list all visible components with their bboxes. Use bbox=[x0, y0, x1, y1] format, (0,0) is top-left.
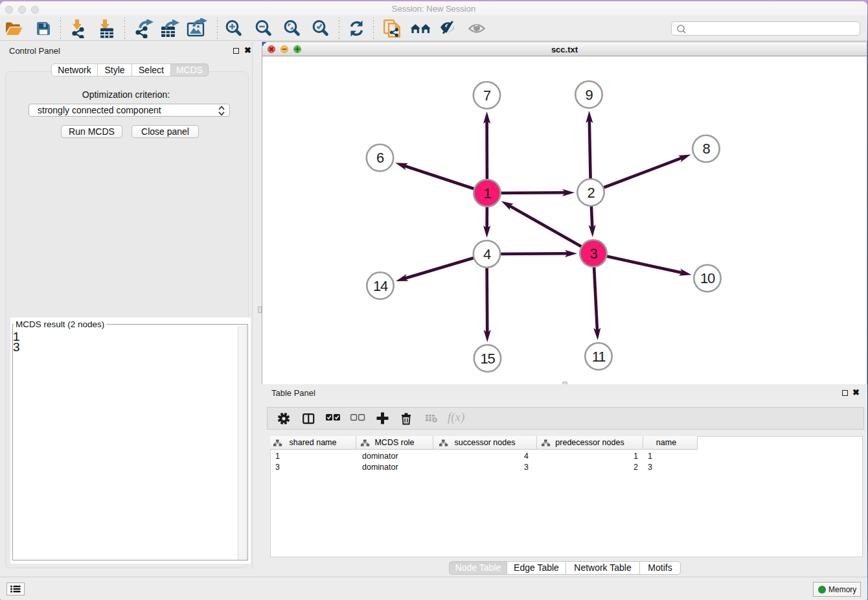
svg-text:9: 9 bbox=[585, 87, 593, 103]
svg-text:15: 15 bbox=[480, 351, 495, 367]
svg-text:6: 6 bbox=[376, 150, 383, 166]
svg-text:1: 1 bbox=[483, 185, 491, 202]
svg-text:10: 10 bbox=[700, 270, 714, 286]
svg-text:8: 8 bbox=[702, 141, 710, 157]
svg-text:14: 14 bbox=[372, 278, 387, 294]
svg-text:2: 2 bbox=[587, 185, 595, 201]
svg-text:7: 7 bbox=[483, 87, 490, 104]
svg-text:4: 4 bbox=[483, 246, 490, 262]
svg-text:3: 3 bbox=[589, 246, 597, 262]
svg-text:11: 11 bbox=[591, 349, 605, 365]
